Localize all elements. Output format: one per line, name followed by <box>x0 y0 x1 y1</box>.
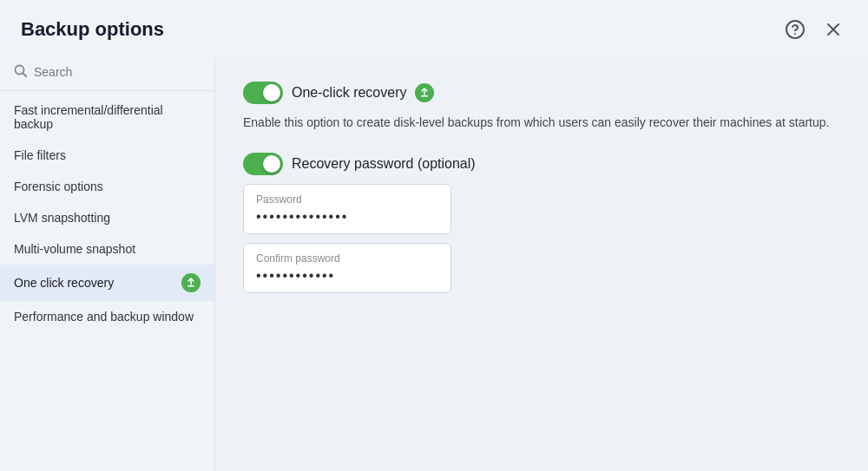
sidebar-item-lvm-snapshotting[interactable]: LVM snapshotting <box>0 202 214 233</box>
recovery-password-toggle[interactable] <box>243 153 283 175</box>
svg-rect-7 <box>421 95 428 97</box>
confirm-password-value: •••••••••••• <box>256 268 438 284</box>
sidebar-item-label: Performance and backup window <box>14 310 194 324</box>
sidebar-item-label: LVM snapshotting <box>14 211 110 225</box>
recovery-password-row: Recovery password (optional) <box>243 153 840 175</box>
one-click-recovery-toggle[interactable] <box>243 82 283 104</box>
one-click-recovery-badge-icon <box>415 83 434 102</box>
sidebar-item-performance-backup[interactable]: Performance and backup window <box>0 301 214 332</box>
sidebar-item-multi-volume-snapshot[interactable]: Multi-volume snapshot <box>0 233 214 265</box>
upload-badge-icon <box>181 273 201 292</box>
sidebar-item-label: Multi-volume snapshot <box>14 242 135 256</box>
dialog-header: Backup options <box>0 0 868 57</box>
dialog-title: Backup options <box>21 18 164 41</box>
header-actions <box>781 16 847 43</box>
password-block[interactable]: Password •••••••••••••• <box>243 184 451 234</box>
sidebar-item-fast-incremental[interactable]: Fast incremental/differential backup <box>0 95 214 140</box>
sidebar-item-file-filters[interactable]: File filters <box>0 140 214 171</box>
search-row <box>0 57 214 91</box>
sidebar-item-label: File filters <box>14 148 66 162</box>
sidebar-item-label: Fast incremental/differential backup <box>14 103 201 131</box>
svg-line-5 <box>23 74 27 77</box>
password-section: Password •••••••••••••• Confirm password… <box>243 184 840 293</box>
dialog-body: Fast incremental/differential backup Fil… <box>0 57 868 471</box>
password-value: •••••••••••••• <box>256 209 438 225</box>
main-content: One-click recovery Enable this option to… <box>215 57 868 471</box>
close-button[interactable] <box>819 16 847 43</box>
sidebar-item-label: Forensic options <box>14 180 103 193</box>
sidebar-item-one-click-recovery[interactable]: One click recovery <box>0 265 214 301</box>
sidebar-item-label: One click recovery <box>14 276 114 290</box>
recovery-password-title: Recovery password (optional) <box>292 156 476 172</box>
backup-options-dialog: Backup options <box>0 0 868 471</box>
help-button[interactable] <box>781 16 809 43</box>
one-click-recovery-row: One-click recovery <box>243 82 840 104</box>
search-icon <box>14 64 27 80</box>
password-label: Password <box>256 193 438 206</box>
sidebar: Fast incremental/differential backup Fil… <box>0 57 215 471</box>
sidebar-item-forensic-options[interactable]: Forensic options <box>0 171 214 202</box>
one-click-recovery-description: Enable this option to create disk-level … <box>243 113 840 132</box>
one-click-recovery-title: One-click recovery <box>292 85 406 101</box>
svg-rect-6 <box>187 285 194 287</box>
search-input[interactable] <box>34 65 201 79</box>
confirm-password-label: Confirm password <box>256 252 438 265</box>
confirm-password-block[interactable]: Confirm password •••••••••••• <box>243 243 451 293</box>
